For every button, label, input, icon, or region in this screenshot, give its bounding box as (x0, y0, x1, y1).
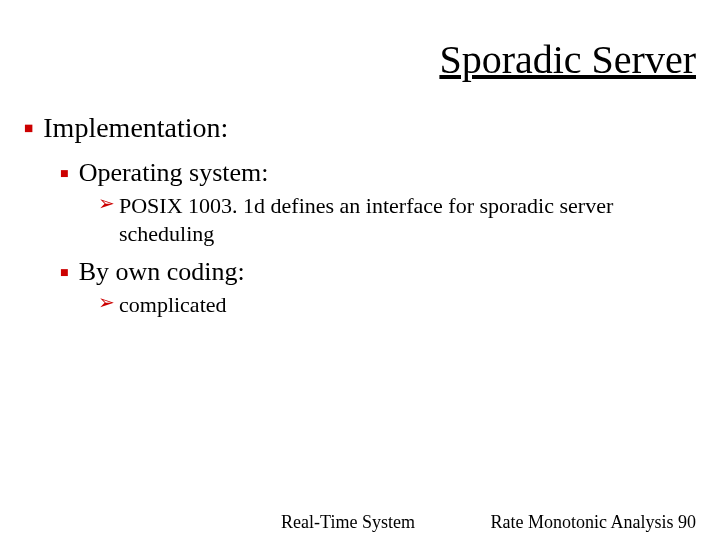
bullet-level3: ➢ POSIX 1003. 1d defines an interface fo… (98, 192, 658, 247)
footer-right-label: Rate Monotonic Analysis (491, 512, 674, 532)
bullet-level1: ■ Implementation: (24, 112, 696, 144)
bullet-level3: ➢ complicated (98, 291, 658, 319)
footer-right: Rate Monotonic Analysis 90 (491, 512, 697, 533)
footer-center-text: Real-Time System (281, 512, 415, 533)
page-number: 90 (678, 512, 696, 532)
square-bullet-icon: ■ (60, 166, 69, 180)
square-bullet-icon: ■ (60, 265, 69, 279)
slide: Sporadic Server ■ Implementation: ■ Oper… (0, 0, 720, 540)
level3-text: POSIX 1003. 1d defines an interface for … (119, 192, 658, 247)
bullet-level2: ■ By own coding: (60, 257, 696, 287)
square-bullet-icon: ■ (24, 120, 33, 135)
level2-text: By own coding: (79, 257, 245, 287)
slide-body: ■ Implementation: ■ Operating system: ➢ … (24, 112, 696, 325)
level2-text: Operating system: (79, 158, 269, 188)
arrow-bullet-icon: ➢ (98, 293, 115, 313)
bullet-level2: ■ Operating system: (60, 158, 696, 188)
level3-text: complicated (119, 291, 227, 319)
arrow-bullet-icon: ➢ (98, 194, 115, 214)
level1-text: Implementation: (43, 112, 228, 144)
slide-title: Sporadic Server (439, 36, 696, 83)
